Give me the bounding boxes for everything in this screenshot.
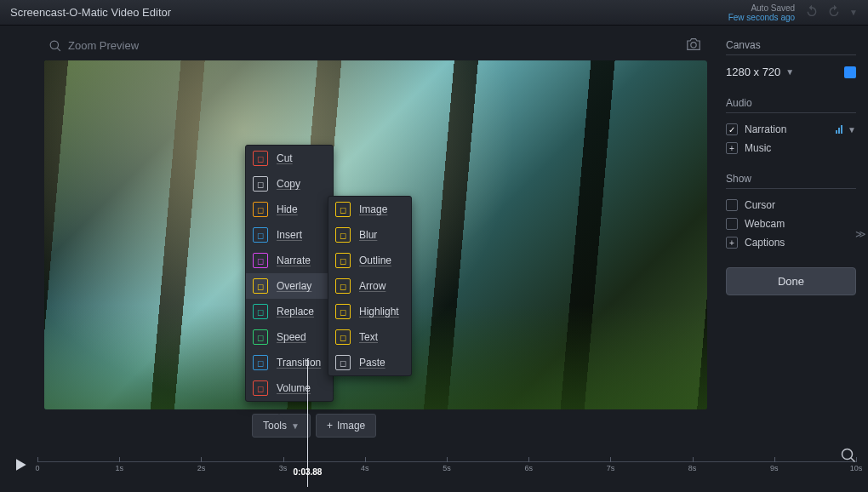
add-music-button[interactable]: + Music: [726, 139, 856, 157]
menu-item-transition[interactable]: ◻Transition: [246, 350, 333, 375]
tick-label: 1s: [115, 464, 123, 472]
insert-icon: ◻: [253, 227, 268, 243]
zoom-preview-search[interactable]: Zoom Preview: [49, 39, 139, 52]
narration-toggle[interactable]: Narration ▼: [726, 120, 856, 139]
add-image-button[interactable]: +Image: [316, 414, 376, 438]
right-sidebar: Canvas 1280 x 720 ▼ Audio Narration ▼ + …: [719, 26, 868, 441]
replace-icon: ◻: [253, 304, 268, 319]
tick-label: 2s: [197, 464, 206, 472]
camera-icon[interactable]: [685, 37, 702, 54]
text-icon: ◻: [335, 329, 351, 345]
tick-label: 6s: [524, 464, 533, 472]
add-captions-button[interactable]: +Captions: [726, 233, 856, 252]
audio-section-title: Audio: [726, 97, 856, 113]
copy-icon: ◻: [253, 176, 268, 192]
webcam-toggle[interactable]: Webcam: [726, 215, 856, 233]
zoom-icon[interactable]: [841, 448, 856, 466]
highlight-icon: ◻: [335, 304, 351, 319]
menu-item-copy[interactable]: ◻Copy: [246, 171, 333, 197]
speed-icon: ◻: [253, 329, 268, 345]
menu-item-hide[interactable]: ◻Hide: [246, 197, 333, 222]
save-status: Auto Saved Few seconds ago: [728, 3, 795, 22]
transition-icon: ◻: [253, 355, 268, 370]
tick-label: 0: [35, 464, 39, 472]
tick-label: 9s: [770, 464, 779, 472]
tick-label: 5s: [443, 464, 451, 472]
tools-dropdown-button[interactable]: Tools ▼: [252, 414, 311, 438]
menu-item-image[interactable]: ◻Image: [328, 197, 411, 222]
cursor-toggle[interactable]: Cursor: [726, 196, 856, 215]
image-icon: ◻: [335, 202, 351, 217]
plus-icon: +: [726, 142, 738, 154]
menu-item-outline[interactable]: ◻Outline: [328, 248, 411, 273]
tick-label: 7s: [607, 464, 615, 472]
hide-icon: ◻: [253, 202, 268, 217]
tools-menu: ◻Cut◻Copy◻Hide◻Insert◻Narrate◻Overlay◻Re…: [245, 145, 334, 402]
playhead[interactable]: [307, 443, 308, 487]
more-icon[interactable]: ≫: [855, 228, 866, 240]
menu-item-arrow[interactable]: ◻Arrow: [328, 273, 411, 299]
show-section-title: Show: [726, 173, 856, 189]
redo-icon[interactable]: [827, 4, 841, 21]
menu-item-overlay[interactable]: ◻Overlay: [246, 273, 333, 299]
menu-item-replace[interactable]: ◻Replace: [246, 299, 333, 324]
menu-item-narrate[interactable]: ◻Narrate: [246, 248, 333, 273]
menu-item-highlight[interactable]: ◻Highlight: [328, 299, 411, 324]
tick-label: 8s: [688, 464, 697, 472]
overlay-icon: ◻: [253, 278, 268, 294]
canvas-section-title: Canvas: [726, 39, 856, 55]
blur-icon: ◻: [335, 227, 351, 243]
play-button[interactable]: [12, 456, 29, 477]
menu-item-text[interactable]: ◻Text: [328, 324, 411, 350]
undo-icon[interactable]: [805, 4, 819, 21]
menu-item-blur[interactable]: ◻Blur: [328, 222, 411, 248]
svg-point-0: [691, 43, 696, 48]
cut-icon: ◻: [253, 151, 268, 166]
menu-item-paste[interactable]: ◻Paste: [328, 350, 411, 375]
paste-icon: ◻: [335, 355, 351, 370]
narrate-icon: ◻: [253, 253, 268, 268]
timeline: 01s2s3s4s5s6s7s8s9s10s0:03.88: [0, 441, 868, 492]
tick-label: 3s: [279, 464, 288, 472]
arrow-icon: ◻: [335, 278, 351, 294]
titlebar: Screencast-O-Matic Video Editor Auto Sav…: [0, 0, 868, 26]
menu-item-speed[interactable]: ◻Speed: [246, 324, 333, 350]
canvas-size-dropdown[interactable]: 1280 x 720 ▼: [726, 62, 856, 82]
menu-item-cut[interactable]: ◻Cut: [246, 146, 333, 171]
menu-caret-icon[interactable]: ▼: [849, 8, 858, 17]
chevron-down-icon[interactable]: ▼: [848, 125, 856, 134]
canvas-color-swatch[interactable]: [844, 66, 856, 78]
outline-icon: ◻: [335, 253, 351, 268]
menu-item-insert[interactable]: ◻Insert: [246, 222, 333, 248]
menu-item-volume[interactable]: ◻Volume: [246, 375, 333, 401]
audio-level-icon: [836, 125, 842, 134]
app-title: Screencast-O-Matic Video Editor: [10, 6, 171, 19]
search-icon: [49, 40, 61, 52]
done-button[interactable]: Done: [726, 267, 856, 295]
overlay-submenu: ◻Image◻Blur◻Outline◻Arrow◻Highlight◻Text…: [328, 196, 412, 376]
volume-icon: ◻: [253, 380, 268, 396]
tick-label: 4s: [361, 464, 369, 472]
timeline-ruler[interactable]: 01s2s3s4s5s6s7s8s9s10s0:03.88: [37, 461, 856, 487]
current-time: 0:03.88: [293, 467, 322, 477]
checkbox-icon: [726, 123, 738, 135]
